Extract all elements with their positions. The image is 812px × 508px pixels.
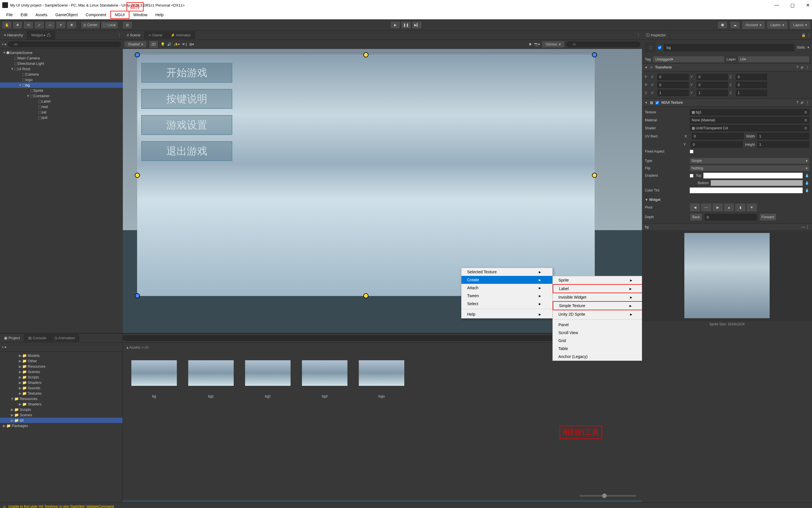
create-dropdown[interactable]: + ▾ [2,345,6,349]
hierarchy-item[interactable]: ⬚ Camera [0,72,123,77]
context-submenu-item[interactable]: Simple Texture▶ [553,301,642,310]
uv-x[interactable] [692,133,744,139]
material-field[interactable]: None (Material)⊙ [690,117,809,123]
pos-y[interactable] [697,74,728,80]
fixed-aspect-checkbox[interactable] [690,150,693,154]
hierarchy-item[interactable]: ▼⬚ Container [0,93,123,98]
scl-z[interactable] [736,90,767,96]
tab-inspector[interactable]: ⓘ Inspector [642,31,670,40]
rotate-tool-icon[interactable]: ⟲ [23,21,34,29]
rot-y[interactable] [697,82,728,88]
asset-item[interactable]: bg1 [188,360,234,398]
context-menu-item[interactable]: Attach▶ [461,284,552,292]
pause-button[interactable]: ❚❚ [401,21,411,29]
menu-icon[interactable]: ⋮ [806,100,809,104]
account-dropdown[interactable]: Account ▾ [742,21,765,29]
snap-icon[interactable]: ⊞ [122,21,132,29]
hierarchy-search[interactable] [8,41,121,47]
pos-z[interactable] [736,74,767,80]
gizmos-dropdown[interactable]: Gizmos ▾ [542,41,564,47]
context-submenu-item[interactable]: Panel [553,321,642,329]
handle-icon[interactable] [363,293,369,298]
shader-field[interactable]: ▦ Unlit/Transparent Col⊙ [690,125,809,131]
grid-toggle-icon[interactable]: ⊞▾ [189,42,194,46]
rot-z[interactable] [736,82,767,88]
handle-toggle[interactable]: ⬚ Local [101,21,118,29]
handle-icon[interactable] [135,52,140,57]
hierarchy-item[interactable]: ⬚ Sprite [0,88,123,93]
context-submenu-item[interactable]: Grid [553,337,642,345]
menu-icon[interactable]: ⋮ [806,65,809,69]
hierarchy-item[interactable]: ⬚ Main Camera [0,55,123,61]
project-folder[interactable]: ▶ 📁 Other [0,358,122,364]
context-menu-item[interactable]: Tween▶ [461,292,552,300]
context-menu-item[interactable]: Create▶ [461,276,552,284]
gradient-bottom-color[interactable] [711,180,803,186]
hidden-toggle-icon[interactable]: 👁1 [182,42,187,46]
pivot-toggle[interactable]: ⊙ Center [81,21,100,29]
context-menu-item[interactable]: Help▶ [461,310,552,318]
context-menu-item[interactable]: Select▶ [461,300,552,308]
asset-item[interactable]: bg2 [245,360,291,398]
camera-icon[interactable]: 📷▾ [534,42,540,46]
menu-gameobject[interactable]: GameObject [51,11,82,18]
layers-dropdown[interactable]: Layers ▾ [767,21,787,29]
pivot-buttons[interactable]: ◀—▶▲▮▼ [690,203,757,211]
context-submenu-item[interactable]: Label▶ [553,284,642,293]
project-folder[interactable]: ▶ 📁 Scripts [0,375,122,380]
texture-field[interactable]: ▦ bg1⊙ [690,109,809,115]
scl-x[interactable] [657,90,689,96]
tab-hierarchy[interactable]: ≡ Hierarchy [0,31,27,39]
menu-edit[interactable]: Edit [17,11,32,18]
context-submenu-item[interactable]: Unity 2D Sprite▶ [553,310,642,318]
depth-value[interactable] [705,214,757,220]
gradient-checkbox[interactable] [690,174,693,178]
fx-toggle-icon[interactable]: ✨▾ [174,42,180,46]
scl-y[interactable] [697,90,728,96]
type-dropdown[interactable]: Simple▾ [690,158,809,164]
eyedropper-icon[interactable]: 💧 [805,188,809,192]
menu-file[interactable]: File [2,11,17,18]
depth-back[interactable]: Back [690,213,702,221]
menu-component[interactable]: Component [82,11,110,18]
maximize-button[interactable]: ▢ [790,3,795,8]
menu-ngui[interactable]: NGUI [110,11,129,19]
menu-help[interactable]: Help [151,11,167,18]
rect-tool-icon[interactable]: ▭ [45,21,55,29]
tab-widget[interactable]: Widget ▸ 凸 [27,31,55,40]
transform-component-header[interactable]: ▼⊹ Transform ?⇄⋮ [642,64,812,71]
collab-icon[interactable]: ⬢ [717,21,728,29]
panel-menu-icon[interactable]: ⋮ [807,33,810,37]
ngui-texture-header[interactable]: ▼▦ NGUI Texture ?⇄⋮ [642,98,812,107]
lock-icon[interactable]: 🔒 [802,33,806,37]
tab-project[interactable]: ▣ Project [0,334,24,342]
layer-dropdown[interactable]: UI ▾ [738,56,809,62]
handle-icon[interactable] [363,52,369,57]
hierarchy-item[interactable]: ⬚ logo [0,77,123,82]
panel-menu-icon[interactable]: ⋮ [637,33,640,37]
hierarchy-item[interactable]: ▼⬢ SampleScene [0,50,123,55]
play-button[interactable]: ▶ [390,21,400,29]
custom-tool-icon[interactable]: ✖ [67,21,77,29]
pos-x[interactable] [657,74,689,80]
context-submenu-item[interactable]: Invisible Widget▶ [553,293,642,301]
project-folder[interactable]: ▶ 📁 Resources [0,364,122,369]
hierarchy-item[interactable]: ⬚ Directional Light [0,61,123,66]
preview-header[interactable]: bg— ⋮ [642,224,812,230]
panel-menu-icon[interactable]: ⋮ [118,33,121,37]
close-button[interactable]: ✕ [806,3,810,8]
hierarchy-item[interactable]: ⬚ Label [0,98,123,104]
depth-forward[interactable]: Forward [759,213,777,221]
object-name-field[interactable] [664,44,795,51]
step-button[interactable]: ▶▎ [412,21,422,29]
light-toggle-icon[interactable]: 💡 [161,42,165,46]
context-submenu-item[interactable]: Table [553,345,642,352]
active-checkbox[interactable] [658,46,662,49]
scale-tool-icon[interactable]: ⤢ [34,21,44,29]
2d-toggle[interactable]: 2D [149,40,158,48]
context-submenu-item[interactable]: Scroll View [553,329,642,337]
project-folder[interactable]: ▶ 📁 Scripts [0,407,122,412]
component-enabled-checkbox[interactable] [655,101,659,104]
rot-x[interactable] [657,82,689,88]
handle-icon[interactable] [592,52,597,57]
